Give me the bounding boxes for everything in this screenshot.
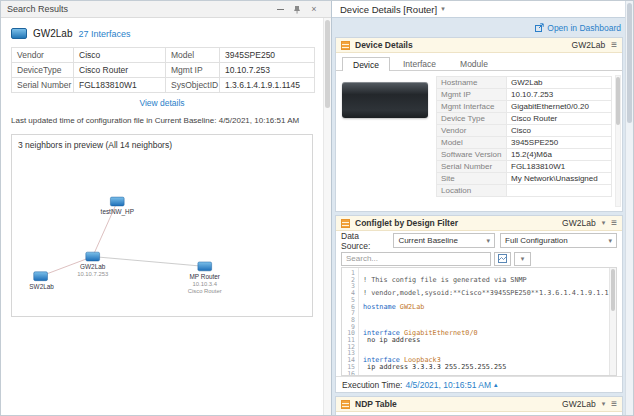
menu-icon[interactable]: ≡ xyxy=(611,40,617,50)
prop-value: FGL183810W1 xyxy=(507,161,612,173)
open-in-dashboard-link[interactable]: Open in Dashboard xyxy=(535,23,621,33)
prop-label: Site xyxy=(437,173,507,185)
summary-value: Cisco Router xyxy=(74,63,166,78)
topology-node[interactable]: testNW_HP xyxy=(101,197,134,216)
code-scrollbar-thumb[interactable] xyxy=(611,269,615,311)
search-options-button[interactable]: ▾ xyxy=(514,252,531,266)
prop-value: My Network\Unassigned xyxy=(507,173,612,185)
prop-label: Software Version xyxy=(437,149,507,161)
prop-row: Device TypeCisco Router xyxy=(437,113,612,125)
export-icon xyxy=(498,254,507,263)
prop-row: VendorCisco xyxy=(437,125,612,137)
widget-device-label: GW2Lab xyxy=(572,40,606,50)
config-editor[interactable]: 12345678910111213141516 ! This config fi… xyxy=(341,267,617,376)
prop-value: 3945SPE250 xyxy=(507,137,612,149)
chevron-down-icon[interactable]: ▾ xyxy=(602,400,606,408)
code-content: ! This config file is generated via SNMP… xyxy=(359,268,616,375)
prop-label: Model xyxy=(437,137,507,149)
node-sublabel: 10.10.7.253 xyxy=(77,271,109,277)
menu-icon[interactable]: ≡ xyxy=(611,399,617,409)
view-details-row: View details xyxy=(11,98,313,108)
device-properties: HostnameGW2LabMgmt IP10.10.7.253Mgmt Int… xyxy=(436,76,612,207)
search-results-header: Search Results × xyxy=(1,1,331,18)
props-scrollbar-thumb[interactable] xyxy=(616,77,620,125)
node-label: MP Router xyxy=(190,273,221,280)
config-scope-select[interactable]: Full Configuration ▾ xyxy=(500,233,617,248)
widget-header: Device Details GW2Lab ≡ xyxy=(336,38,622,53)
execution-time-label: Execution Time: xyxy=(342,380,402,390)
result-device-row: GW2Lab 27 Interfaces xyxy=(11,28,313,39)
prop-row: SiteMy Network\Unassigned xyxy=(437,173,612,185)
chevron-down-icon: ▾ xyxy=(521,255,525,263)
widget-header: Configlet by Design Filter GW2Lab ▾ ≡ xyxy=(336,216,622,231)
topology-node[interactable]: MP Router 10.10.3.4 Cisco Router xyxy=(188,262,222,294)
prop-label: Mgmt Interface xyxy=(437,101,507,113)
code-line: hostname GW2Lab xyxy=(363,304,606,311)
props-scrollbar-track xyxy=(615,75,621,207)
left-scrollbar-thumb[interactable] xyxy=(325,20,330,108)
minimize-icon[interactable] xyxy=(275,4,285,14)
neighbor-topology-map[interactable]: testNW_HP GW2Lab 10.10.7.253 SW2Lab xyxy=(18,152,306,312)
tab-device[interactable]: Device xyxy=(342,57,390,71)
data-source-row: Data Source: Current Baseline ▾ Full Con… xyxy=(336,231,622,250)
prop-label: Mgmt IP xyxy=(437,89,507,101)
code-line xyxy=(363,371,606,375)
prop-row: Software Version15.2(4)M6a xyxy=(437,149,612,161)
tab-interface[interactable]: Interface xyxy=(392,56,447,70)
topology-node[interactable]: SW2Lab xyxy=(29,272,54,290)
config-search-row: ▾ xyxy=(336,250,622,267)
prop-value: GW2Lab xyxy=(507,77,612,89)
panel-title: Search Results xyxy=(7,4,68,14)
interfaces-link[interactable]: 27 Interfaces xyxy=(78,29,130,39)
node-sublabel: Cisco Router xyxy=(188,288,222,294)
node-label: GW2Lab xyxy=(80,263,106,270)
topology-node[interactable]: GW2Lab 10.10.7.253 xyxy=(77,252,109,277)
code-line: no ip address xyxy=(363,337,606,344)
code-scrollbar-track xyxy=(609,268,616,375)
device-details-panel: Device Details [Router] ▾ Open in Dashbo… xyxy=(332,1,633,415)
summary-value: 1.3.6.1.4.1.9.1.1145 xyxy=(220,78,315,93)
widget-grip-icon xyxy=(341,41,350,50)
prop-value xyxy=(507,185,612,197)
search-results-panel: Search Results × GW2Lab 27 Interfaces Ve… xyxy=(1,1,332,415)
prop-value: GigabitEthernet0/0.20 xyxy=(507,101,612,113)
prop-value: 10.10.7.253 xyxy=(507,89,612,101)
widget-device-label: GW2Lab xyxy=(562,399,596,409)
code-line: ip address 3.3.3.3 255.255.255.255 xyxy=(363,364,606,371)
topology-link[interactable] xyxy=(93,257,205,267)
prop-label: Location xyxy=(437,185,507,197)
device-name: GW2Lab xyxy=(33,28,72,39)
code-line xyxy=(363,344,606,351)
close-icon[interactable]: × xyxy=(309,4,319,14)
prop-value: Cisco xyxy=(507,125,612,137)
node-label: testNW_HP xyxy=(101,208,134,216)
view-details-link[interactable]: View details xyxy=(139,98,184,108)
search-results-content: GW2Lab 27 Interfaces VendorCiscoModel394… xyxy=(1,18,331,317)
line-number: 16 xyxy=(342,371,355,376)
device-details-header-bar[interactable]: Device Details [Router] ▾ xyxy=(332,1,633,18)
chevron-down-icon[interactable]: ▾ xyxy=(441,5,445,13)
export-button[interactable] xyxy=(494,252,511,266)
app-window: Search Results × GW2Lab 27 Interfaces Ve… xyxy=(0,0,634,416)
code-line xyxy=(363,310,606,317)
search-input[interactable] xyxy=(341,252,491,266)
chevron-down-icon: ▾ xyxy=(487,237,491,245)
execution-time-link[interactable]: 4/5/2021, 10:16:51 AM xyxy=(405,380,491,390)
prop-row: Model3945SPE250 xyxy=(437,137,612,149)
pin-icon[interactable] xyxy=(292,4,302,14)
neighbor-preview-title: 3 neighbors in preview (All 14 neighbors… xyxy=(18,140,306,150)
right-scrollbar-thumb[interactable] xyxy=(627,3,632,123)
widget-title: Configlet by Design Filter xyxy=(355,218,458,228)
execution-time-row: Execution Time: 4/5/2021, 10:16:51 AM ▴ xyxy=(336,376,622,392)
router-icon xyxy=(11,28,27,39)
external-link-icon xyxy=(535,23,544,32)
right-scrollbar-track xyxy=(625,1,633,415)
chevron-up-icon[interactable]: ▴ xyxy=(494,381,498,389)
chevron-down-icon[interactable]: ▾ xyxy=(602,219,606,227)
chevron-down-icon: ▾ xyxy=(609,237,613,245)
menu-icon[interactable]: ≡ xyxy=(611,218,617,228)
tab-module[interactable]: Module xyxy=(449,56,499,70)
prop-label: Vendor xyxy=(437,125,507,137)
summary-table-body: VendorCiscoModel3945SPE250DeviceTypeCisc… xyxy=(12,48,315,93)
data-source-select[interactable]: Current Baseline ▾ xyxy=(393,233,495,248)
